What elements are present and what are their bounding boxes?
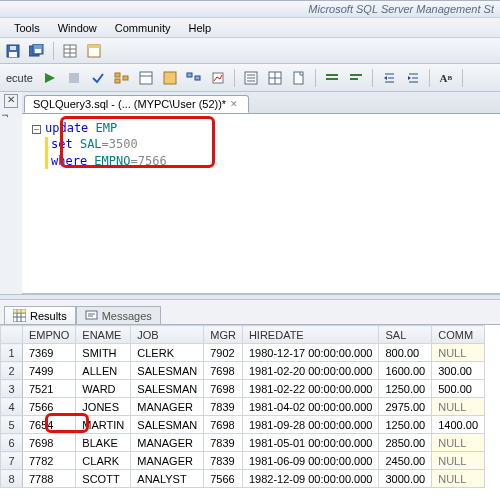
column-header[interactable]: JOB (131, 326, 204, 344)
parse-check-icon[interactable] (87, 67, 109, 89)
cell[interactable]: SCOTT (76, 470, 131, 488)
cell[interactable]: 5 (1, 416, 23, 434)
cell[interactable]: CLARK (76, 452, 131, 470)
column-header[interactable]: EMPNO (23, 326, 76, 344)
specify-values-icon[interactable]: AB (435, 67, 457, 89)
column-header[interactable]: HIREDATE (242, 326, 379, 344)
comment-icon[interactable] (321, 67, 343, 89)
cell[interactable]: 7902 (204, 344, 243, 362)
cell[interactable]: 1 (1, 344, 23, 362)
close-tab-icon[interactable]: ✕ (230, 99, 238, 109)
cell[interactable]: NULL (432, 452, 485, 470)
cell[interactable]: NULL (432, 434, 485, 452)
cell[interactable]: 7698 (204, 380, 243, 398)
cell[interactable]: MANAGER (131, 434, 204, 452)
table-row[interactable]: 77782CLARKMANAGER78391981-06-09 00:00:00… (1, 452, 485, 470)
cell[interactable]: ANALYST (131, 470, 204, 488)
uncomment-icon[interactable] (345, 67, 367, 89)
table-icon[interactable] (60, 41, 80, 61)
query-options-icon[interactable] (135, 67, 157, 89)
cell[interactable]: 7 (1, 452, 23, 470)
results-tab[interactable]: Results (4, 306, 76, 324)
cell[interactable]: ALLEN (76, 362, 131, 380)
cell[interactable]: 7369 (23, 344, 76, 362)
cell[interactable]: 7782 (23, 452, 76, 470)
messages-tab[interactable]: Messages (76, 306, 161, 324)
cell[interactable]: 8 (1, 470, 23, 488)
results-to-grid-icon[interactable] (264, 67, 286, 89)
cell[interactable]: BLAKE (76, 434, 131, 452)
cell[interactable]: 2975.00 (379, 398, 432, 416)
column-header[interactable] (1, 326, 23, 344)
column-header[interactable]: COMM (432, 326, 485, 344)
properties-icon[interactable] (84, 41, 104, 61)
column-header[interactable]: MGR (204, 326, 243, 344)
cell[interactable]: 7839 (204, 398, 243, 416)
cell[interactable]: 7521 (23, 380, 76, 398)
collapse-gutter-icon[interactable]: – (32, 125, 41, 134)
cell[interactable]: 7566 (204, 470, 243, 488)
indent-icon[interactable] (402, 67, 424, 89)
cell[interactable]: 1600.00 (379, 362, 432, 380)
cell[interactable]: 7698 (23, 434, 76, 452)
cell[interactable]: 7499 (23, 362, 76, 380)
cell[interactable]: 1250.00 (379, 380, 432, 398)
cell[interactable]: MANAGER (131, 452, 204, 470)
cell[interactable]: 3 (1, 380, 23, 398)
cell[interactable]: 2 (1, 362, 23, 380)
cell[interactable]: 1981-05-01 00:00:00.000 (242, 434, 379, 452)
cell[interactable]: CLERK (131, 344, 204, 362)
cell[interactable]: 1250.00 (379, 416, 432, 434)
estimated-plan-icon[interactable] (111, 67, 133, 89)
cell[interactable]: 300.00 (432, 362, 485, 380)
cell[interactable]: 1981-04-02 00:00:00.000 (242, 398, 379, 416)
cell[interactable]: 3000.00 (379, 470, 432, 488)
cell[interactable]: 2850.00 (379, 434, 432, 452)
client-stats-icon[interactable] (207, 67, 229, 89)
results-grid[interactable]: EMPNOENAMEJOBMGRHIREDATESALCOMM17369SMIT… (0, 324, 500, 500)
cell[interactable]: NULL (432, 470, 485, 488)
cell[interactable]: 1981-02-22 00:00:00.000 (242, 380, 379, 398)
cell[interactable]: 7698 (204, 416, 243, 434)
intellisense-icon[interactable] (159, 67, 181, 89)
menu-community[interactable]: Community (107, 20, 179, 36)
cell[interactable]: 1981-09-28 00:00:00.000 (242, 416, 379, 434)
cell[interactable]: 500.00 (432, 380, 485, 398)
cell[interactable]: NULL (432, 398, 485, 416)
cell[interactable]: NULL (432, 344, 485, 362)
stop-debug-icon[interactable] (63, 67, 85, 89)
results-to-text-icon[interactable] (240, 67, 262, 89)
outdent-icon[interactable] (378, 67, 400, 89)
table-row[interactable]: 87788SCOTTANALYST75661982-12-09 00:00:00… (1, 470, 485, 488)
menu-window[interactable]: Window (50, 20, 105, 36)
table-row[interactable]: 37521WARDSALESMAN76981981-02-22 00:00:00… (1, 380, 485, 398)
cell[interactable]: 7839 (204, 452, 243, 470)
table-row[interactable]: 17369SMITHCLERK79021980-12-17 00:00:00.0… (1, 344, 485, 362)
menu-tools[interactable]: Tools (6, 20, 48, 36)
play-icon[interactable] (39, 67, 61, 89)
save-icon[interactable] (3, 41, 23, 61)
cell[interactable]: 800.00 (379, 344, 432, 362)
cell[interactable]: 7698 (204, 362, 243, 380)
save-all-icon[interactable] (27, 41, 47, 61)
cell[interactable]: SALESMAN (131, 380, 204, 398)
actual-plan-icon[interactable] (183, 67, 205, 89)
cell[interactable]: WARD (76, 380, 131, 398)
document-tab[interactable]: SQLQuery3.sql - (... (MYPC\User (52))* ✕ (24, 95, 249, 113)
column-header[interactable]: SAL (379, 326, 432, 344)
table-row[interactable]: 67698BLAKEMANAGER78391981-05-01 00:00:00… (1, 434, 485, 452)
cell[interactable]: SALESMAN (131, 416, 204, 434)
cell[interactable]: 1400.00 (432, 416, 485, 434)
cell[interactable]: 1980-12-17 00:00:00.000 (242, 344, 379, 362)
cell[interactable]: 1981-02-20 00:00:00.000 (242, 362, 379, 380)
cell[interactable]: SALESMAN (131, 362, 204, 380)
cell[interactable]: MANAGER (131, 398, 204, 416)
column-header[interactable]: ENAME (76, 326, 131, 344)
cell[interactable]: 4 (1, 398, 23, 416)
cell[interactable]: 1981-06-09 00:00:00.000 (242, 452, 379, 470)
side-panel-label[interactable]: r (0, 114, 11, 117)
table-row[interactable]: 27499ALLENSALESMAN76981981-02-20 00:00:0… (1, 362, 485, 380)
cell[interactable]: 6 (1, 434, 23, 452)
sql-editor[interactable]: –update EMP set SAL=3500 where EMPNO=756… (22, 114, 500, 294)
cell[interactable]: 1982-12-09 00:00:00.000 (242, 470, 379, 488)
